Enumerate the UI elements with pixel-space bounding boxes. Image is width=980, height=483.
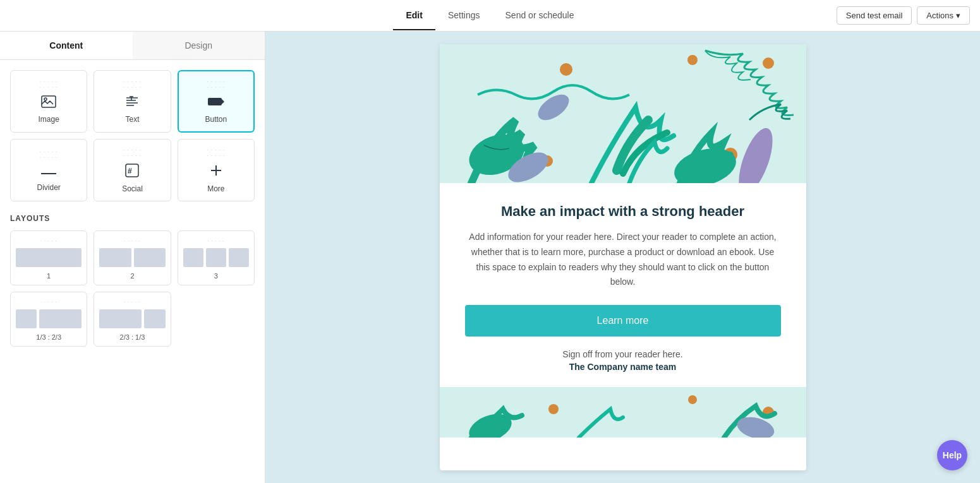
image-icon: [41, 95, 56, 110]
plus-icon: [209, 164, 223, 179]
layout-col: [99, 248, 131, 267]
layout-1-3-preview: [16, 309, 82, 328]
svg-point-14: [687, 55, 698, 65]
tab-settings[interactable]: Settings: [435, 1, 493, 30]
layout-col: [134, 248, 166, 267]
email-body-text: Add information for your reader here. Di…: [465, 230, 781, 290]
blocks-grid: · · · · ·· · · · · Image · · · · ·· · · …: [10, 70, 255, 201]
svg-rect-6: [208, 98, 222, 105]
layout-1[interactable]: · · · · · 1: [10, 230, 87, 285]
block-text-dots: · · · · ·· · · · ·: [123, 79, 142, 90]
text-icon: [124, 95, 140, 110]
layout-3-label: 3: [214, 272, 218, 280]
layouts-grid: · · · · · 1 · · · · · 2: [10, 230, 255, 347]
layout-2-3-preview: [99, 309, 165, 328]
layout-1-dots: · · · · ·: [40, 239, 57, 243]
svg-point-13: [560, 63, 572, 76]
block-image-label: Image: [38, 115, 59, 124]
layout-2-3-1-3[interactable]: · · · · · 2/3 : 1/3: [94, 292, 171, 347]
block-text[interactable]: · · · · ·· · · · · Text: [94, 70, 171, 133]
sidebar-content: · · · · ·· · · · · Image · · · · ·· · · …: [0, 60, 265, 357]
layout-3[interactable]: · · · · · 3: [178, 230, 255, 285]
email-cta-button[interactable]: Learn more: [465, 305, 781, 337]
top-bar-actions: Send test email Actions ▾: [837, 6, 970, 25]
layout-col: [99, 309, 142, 328]
layout-3-dots: · · · · ·: [208, 239, 225, 243]
block-divider-label: Divider: [37, 183, 60, 192]
help-button[interactable]: Help: [937, 440, 967, 470]
layout-col: [206, 248, 226, 267]
block-text-label: Text: [125, 115, 139, 124]
svg-point-1: [44, 98, 47, 100]
footer-illustration: [440, 387, 806, 438]
divider-icon: [41, 165, 56, 178]
button-icon: [207, 95, 225, 110]
layout-2-dots: · · · · ·: [124, 239, 141, 243]
send-test-email-button[interactable]: Send test email: [837, 6, 912, 25]
hero-illustration: [440, 44, 806, 183]
layout-3-preview: [183, 248, 249, 267]
tab-send-schedule[interactable]: Send or schedule: [493, 1, 587, 30]
social-icon: #: [125, 164, 139, 179]
block-divider[interactable]: · · · · ·· · · · · Divider: [10, 139, 87, 201]
layout-1-preview: [16, 248, 82, 267]
layout-2-label: 2: [130, 272, 134, 280]
tab-edit[interactable]: Edit: [393, 1, 435, 30]
layout-col: [16, 309, 37, 328]
block-more[interactable]: · · · · ·· · · · · More: [178, 139, 255, 201]
top-bar: Edit Settings Send or schedule Send test…: [0, 0, 980, 32]
block-divider-dots: · · · · ·· · · · ·: [40, 149, 58, 160]
layout-col: [39, 309, 82, 328]
layout-2-3-label: 2/3 : 1/3: [120, 333, 145, 341]
block-button[interactable]: · · · · ·· · · · · Button: [178, 70, 255, 133]
block-button-dots: · · · · ·· · · · ·: [207, 79, 225, 90]
email-hero: [440, 44, 806, 183]
email-signoff: Sign off from your reader here.: [465, 349, 781, 359]
canvas-area: Make an impact with a strong header Add …: [265, 32, 980, 483]
svg-text:#: #: [128, 167, 132, 176]
email-company: The Company name team: [465, 362, 781, 372]
top-bar-tabs: Edit Settings Send or schedule: [393, 1, 586, 30]
layout-1-label: 1: [47, 272, 51, 280]
sidebar-tabs: Content Design: [0, 32, 265, 60]
chevron-down-icon: ▾: [956, 11, 960, 20]
sidebar: Content Design · · · · ·· · · · · Ima: [0, 32, 265, 483]
svg-point-15: [763, 57, 774, 69]
layout-col: [144, 309, 165, 328]
email-body: Make an impact with a strong header Add …: [440, 183, 806, 387]
block-more-dots: · · · · ·· · · · ·: [207, 147, 225, 158]
layout-col: [16, 248, 82, 267]
main-layout: Content Design · · · · ·· · · · · Ima: [0, 32, 980, 483]
layout-1-3-dots: · · · · ·: [40, 300, 57, 304]
block-social-label: Social: [122, 184, 143, 193]
email-footer-image: [440, 387, 806, 438]
block-more-label: More: [207, 184, 224, 193]
layouts-label: LAYOUTS: [10, 214, 255, 223]
layout-2-3-dots: · · · · ·: [124, 300, 141, 304]
sidebar-tab-content[interactable]: Content: [0, 32, 133, 59]
email-canvas: Make an impact with a strong header Add …: [440, 44, 806, 470]
sidebar-tab-design[interactable]: Design: [133, 32, 265, 59]
layout-2-preview: [99, 248, 165, 267]
actions-label: Actions: [926, 11, 953, 20]
layout-1-3-label: 1/3 : 2/3: [36, 333, 61, 341]
email-heading: Make an impact with a strong header: [465, 203, 781, 220]
svg-point-25: [688, 395, 697, 404]
svg-point-24: [548, 404, 559, 414]
block-social-dots: · · · · ·· · · · ·: [123, 147, 142, 158]
layout-col: [183, 248, 203, 267]
layout-2[interactable]: · · · · · 2: [94, 230, 171, 285]
layout-1-3-2-3[interactable]: · · · · · 1/3 : 2/3: [10, 292, 87, 347]
block-image[interactable]: · · · · ·· · · · · Image: [10, 70, 87, 133]
block-social[interactable]: · · · · ·· · · · · # Social: [94, 139, 171, 201]
actions-button[interactable]: Actions ▾: [917, 6, 970, 25]
layout-col: [229, 248, 249, 267]
block-image-dots: · · · · ·· · · · ·: [40, 79, 58, 90]
block-button-label: Button: [205, 115, 227, 124]
